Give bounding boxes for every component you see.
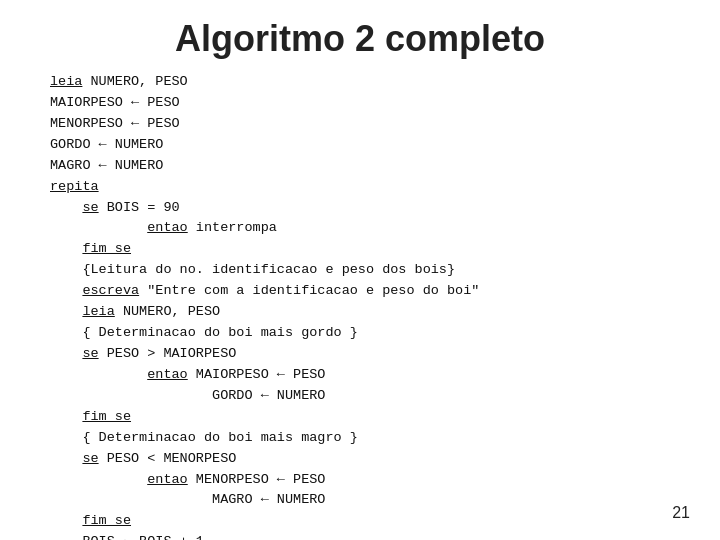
code-block: leia NUMERO, PESOMAIORPESO ← PESOMENORPE… (0, 70, 720, 540)
code-line: { Determinacao do boi mais gordo } (50, 323, 720, 344)
code-line: {Leitura do no. identificacao e peso dos… (50, 260, 720, 281)
code-line: MAGRO ← NUMERO (50, 490, 720, 511)
code-line: se PESO < MENORPESO (50, 449, 720, 470)
code-line: GORDO ← NUMERO (50, 386, 720, 407)
code-line: se BOIS = 90 (50, 198, 720, 219)
code-line: { Determinacao do boi mais magro } (50, 428, 720, 449)
code-line: fim se (50, 239, 720, 260)
code-line: leia NUMERO, PESO (50, 72, 720, 93)
code-line: MAIORPESO ← PESO (50, 93, 720, 114)
code-line: BOIS ← BOIS + 1 (50, 532, 720, 540)
page-title: Algoritmo 2 completo (0, 0, 720, 70)
code-line: leia NUMERO, PESO (50, 302, 720, 323)
code-line: entao interrompa (50, 218, 720, 239)
code-line: GORDO ← NUMERO (50, 135, 720, 156)
code-line: fim se (50, 511, 720, 532)
code-line: entao MENORPESO ← PESO (50, 470, 720, 491)
page-number: 21 (672, 504, 690, 522)
code-line: repita (50, 177, 720, 198)
code-line: fim se (50, 407, 720, 428)
code-line: MAGRO ← NUMERO (50, 156, 720, 177)
code-line: se PESO > MAIORPESO (50, 344, 720, 365)
code-line: MENORPESO ← PESO (50, 114, 720, 135)
code-line: escreva "Entre com a identificacao e pes… (50, 281, 720, 302)
code-line: entao MAIORPESO ← PESO (50, 365, 720, 386)
